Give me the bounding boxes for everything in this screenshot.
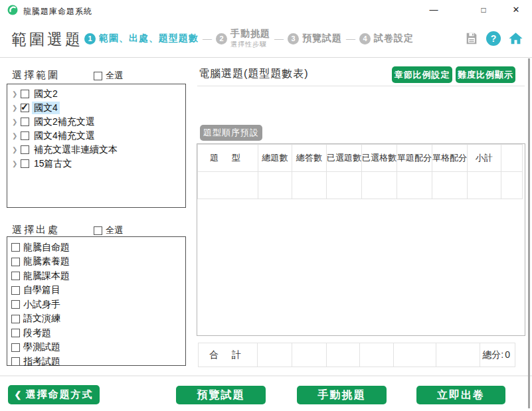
table-cell [362, 172, 397, 199]
column-header: 總答數 [292, 145, 327, 172]
tree-item-label[interactable]: 15篇古文 [32, 157, 74, 170]
list-item[interactable]: 龍騰素養題 [7, 255, 185, 270]
save-icon[interactable] [464, 31, 479, 46]
summary-cell [394, 343, 436, 367]
checkbox[interactable] [11, 329, 20, 337]
type-order-button[interactable]: 題型順序預設 [200, 125, 262, 141]
tree-item[interactable]: ❯ 國文2補充文選 [7, 115, 185, 129]
list-item-label[interactable]: 自學篇目 [23, 284, 60, 296]
checkbox[interactable] [11, 272, 20, 280]
maximize-button[interactable]: □ [475, 2, 492, 18]
close-button[interactable]: ✕ [507, 2, 525, 18]
total-score-value: 0 [505, 349, 510, 360]
list-item-label[interactable]: 語文演練 [23, 313, 60, 325]
chevron-right-icon[interactable]: ❯ [12, 104, 21, 112]
list-item-label[interactable]: 龍騰素養題 [23, 256, 70, 268]
table-cell [501, 172, 523, 199]
step-3-label: 預覽試題 [302, 33, 342, 44]
list-item[interactable]: 龍騰自命題 [7, 240, 185, 255]
footer-divider [0, 375, 532, 376]
table-header-row: 題 型 總題數 總答數 已選題數 已選格數 單題配分 單格配分 小計 [198, 145, 523, 172]
chevron-right-icon[interactable]: ❯ [12, 132, 21, 139]
tree-item-label[interactable]: 國文2補充文選 [32, 116, 97, 128]
range-select-all-label[interactable]: 全選 [106, 70, 123, 82]
tree-item-label[interactable]: 國文4 [32, 102, 60, 114]
tree-item-label[interactable]: 國文2 [32, 88, 60, 100]
step-2-circle: 2 [216, 33, 227, 44]
chevron-right-icon[interactable]: ❯ [12, 118, 21, 125]
checkbox[interactable] [21, 159, 29, 168]
tree-item[interactable]: ❯ 補充文選非連續文本 [7, 143, 185, 157]
back-button[interactable]: ❮ 選擇命題方式 [8, 385, 100, 404]
checkbox[interactable] [11, 357, 20, 366]
source-select-all-checkbox[interactable] [94, 226, 102, 235]
list-item[interactable]: 指考試題 [7, 355, 185, 369]
checkbox[interactable] [11, 258, 20, 266]
checkbox[interactable] [21, 118, 29, 126]
list-item-label[interactable]: 段考題 [23, 327, 51, 339]
minimize-button[interactable]: — [425, 2, 442, 18]
list-item-label[interactable]: 龍騰課本題 [23, 270, 70, 282]
tree-item[interactable]: ❯ 國文2 [7, 87, 185, 101]
step-2: 2 手動挑題 選擇性步驟 [216, 28, 270, 49]
tree-item[interactable]: ❯ 國文4補充文選 [7, 129, 185, 143]
help-icon[interactable]: ? [486, 31, 501, 46]
checkbox[interactable] [11, 286, 20, 295]
list-item-label[interactable]: 指考試題 [23, 356, 60, 368]
step-3-circle: 3 [288, 33, 299, 44]
checkbox[interactable] [21, 104, 29, 112]
checkbox[interactable] [11, 243, 20, 252]
home-icon[interactable] [508, 31, 523, 46]
preview-questions-button[interactable]: 預覽試題 [176, 386, 266, 404]
chevron-left-icon: ❮ [15, 390, 22, 400]
tree-item[interactable]: ❯ 15篇古文 [7, 157, 185, 171]
range-select-all-checkbox[interactable] [94, 72, 102, 80]
list-item[interactable]: 龍騰課本題 [7, 269, 185, 284]
list-item[interactable]: 段考題 [7, 326, 185, 341]
checkbox[interactable] [21, 90, 29, 98]
chevron-right-icon[interactable]: ❯ [12, 90, 21, 98]
column-header: 小計 [468, 145, 501, 172]
chevron-right-icon[interactable]: ❯ [12, 146, 21, 153]
source-list: 龍騰自命題 龍騰素養題 龍騰課本題 自學篇目 小試身手 語文演練 段考題 學測 [7, 236, 186, 366]
list-item-label[interactable]: 龍騰自命題 [23, 242, 70, 254]
checkbox[interactable] [11, 343, 20, 352]
column-header: 單格配分 [432, 145, 468, 172]
source-select-all-label[interactable]: 全選 [106, 224, 123, 236]
list-item[interactable]: 自學篇目 [7, 284, 185, 298]
list-item-label[interactable]: 學測試題 [23, 341, 60, 353]
summary-cell [327, 343, 360, 367]
summary-cell [360, 343, 394, 367]
summary-cell [292, 343, 327, 367]
page-header: 範圍選題 1 範圍、出處、題型題數 — 2 手動挑題 選擇性步驟 — 3 預覽試… [0, 20, 532, 58]
checkbox[interactable] [21, 131, 29, 140]
checkbox[interactable] [11, 315, 20, 323]
step-separator: — [203, 33, 212, 44]
difficulty-ratio-button[interactable]: 難度比例顯示 [456, 66, 515, 83]
step-1: 1 範圍、出處、題型題數 [84, 33, 199, 44]
app-logo-icon [7, 5, 18, 15]
tree-item-label[interactable]: 補充文選非連續文本 [32, 143, 120, 156]
generate-exam-button[interactable]: 立即出卷 [416, 386, 505, 404]
step-4-circle: 4 [359, 33, 371, 44]
range-select-all[interactable]: 全選 [94, 70, 123, 82]
back-button-label: 選擇命題方式 [25, 388, 93, 401]
column-header: 已選格數 [362, 145, 397, 172]
manual-pick-button[interactable]: 手動挑題 [297, 386, 387, 404]
tree-item-label[interactable]: 國文4補充文選 [32, 129, 97, 142]
tree-item[interactable]: ❯ 國文4 [7, 101, 185, 115]
chapter-ratio-button[interactable]: 章節比例設定 [392, 66, 452, 83]
chevron-right-icon[interactable]: ❯ [12, 160, 21, 167]
list-item[interactable]: 小試身手 [7, 297, 185, 312]
source-select-all[interactable]: 全選 [94, 224, 123, 236]
list-item[interactable]: 學測試題 [7, 341, 185, 355]
table-cell [258, 172, 292, 199]
step-indicator: 1 範圍、出處、題型題數 — 2 手動挑題 選擇性步驟 — 3 預覽試題 — 4… [84, 20, 414, 57]
table-row [198, 172, 523, 199]
list-item[interactable]: 語文演練 [7, 312, 185, 327]
summary-row: 合 計 總分:0 [199, 343, 515, 367]
checkbox[interactable] [21, 145, 29, 154]
list-item-label[interactable]: 小試身手 [23, 299, 60, 311]
question-type-table-container: 題 型 總題數 總答數 已選題數 已選格數 單題配分 單格配分 小計 [197, 143, 525, 336]
checkbox[interactable] [11, 300, 20, 309]
